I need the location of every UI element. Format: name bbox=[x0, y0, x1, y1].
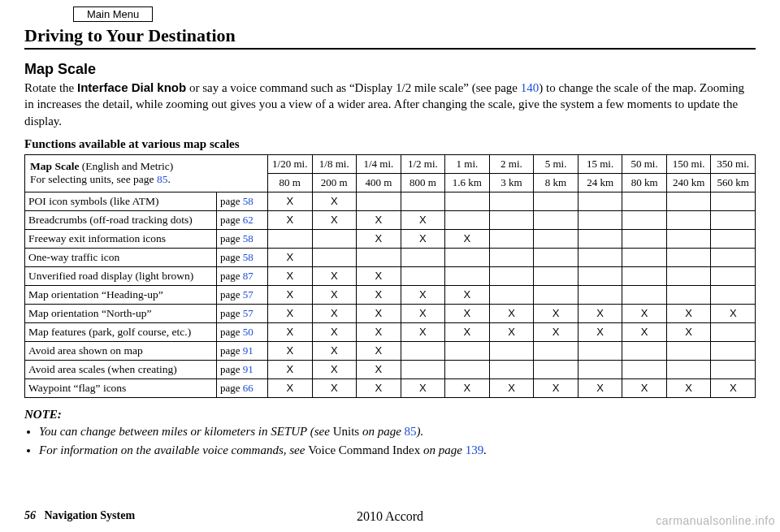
scale-cell bbox=[534, 360, 578, 378]
page-ref-link[interactable]: 58 bbox=[243, 251, 254, 263]
map-scale-units-period: . bbox=[167, 173, 170, 185]
page-ref-link[interactable]: 91 bbox=[243, 344, 254, 357]
scale-cell: X bbox=[401, 378, 445, 397]
scale-cell: X bbox=[445, 229, 490, 248]
scale-cell: X bbox=[666, 322, 711, 341]
page-ref-link[interactable]: 58 bbox=[243, 195, 254, 207]
scale-cell bbox=[445, 192, 490, 210]
scale-cell bbox=[622, 360, 667, 378]
scale-cell bbox=[666, 266, 711, 285]
row-page-ref: page 57 bbox=[217, 285, 268, 304]
note-mid: on page bbox=[420, 443, 465, 456]
scale-cell: X bbox=[267, 304, 312, 322]
scale-cell bbox=[401, 248, 445, 266]
intro-mid: or say a voice command such as “Display … bbox=[186, 81, 521, 94]
scale-cell bbox=[312, 248, 357, 266]
note-page-ref[interactable]: 85 bbox=[405, 425, 417, 438]
scale-en-1: 1/8 mi. bbox=[312, 154, 357, 173]
scale-m-9: 240 km bbox=[666, 173, 711, 192]
scale-cell bbox=[445, 248, 490, 266]
scale-cell bbox=[534, 341, 578, 360]
scale-cell: X bbox=[267, 192, 312, 210]
scale-cell bbox=[357, 248, 401, 266]
scale-cell bbox=[401, 360, 445, 378]
scale-cell: X bbox=[312, 322, 357, 341]
page-ref-link[interactable]: 62 bbox=[243, 214, 254, 226]
interface-dial-knob-label: Interface Dial knob bbox=[77, 80, 186, 94]
scale-cell: X bbox=[267, 378, 312, 397]
page-ref-link[interactable]: 91 bbox=[243, 363, 254, 375]
table-row: Avoid area scales (when creating)page 91… bbox=[25, 360, 756, 378]
scale-cell: X bbox=[534, 304, 578, 322]
page-ref-link[interactable]: 50 bbox=[243, 326, 254, 338]
scale-cell bbox=[711, 229, 756, 248]
scale-cell bbox=[666, 248, 711, 266]
scale-cell: X bbox=[489, 322, 534, 341]
row-label: Breadcrumbs (off-road tracking dots) bbox=[25, 210, 217, 229]
scale-m-0: 80 m bbox=[267, 173, 312, 192]
page-title: Driving to Your Destination bbox=[24, 25, 756, 50]
scale-cell: X bbox=[666, 378, 711, 397]
row-label: POI icon symbols (like ATM) bbox=[25, 192, 217, 210]
page-ref-link[interactable]: 57 bbox=[243, 288, 254, 301]
scale-cell bbox=[489, 192, 534, 210]
main-menu-button[interactable]: Main Menu bbox=[73, 6, 153, 22]
scale-m-10: 560 km bbox=[711, 173, 756, 192]
scale-cell bbox=[578, 360, 622, 378]
scale-cell: X bbox=[312, 304, 357, 322]
page-ref-link[interactable]: 58 bbox=[243, 232, 254, 244]
page-label: page bbox=[220, 214, 243, 226]
map-scale-table: Map Scale (English and Metric) For selec… bbox=[24, 154, 756, 398]
table-row: Avoid area shown on mappage 91XXX bbox=[25, 341, 756, 360]
note-page-ref[interactable]: 139 bbox=[466, 443, 484, 456]
page-label: page bbox=[220, 382, 243, 394]
page-ref-85-header[interactable]: 85 bbox=[157, 173, 168, 185]
scale-cell bbox=[666, 341, 711, 360]
scale-m-8: 80 km bbox=[622, 173, 667, 192]
scale-cell: X bbox=[357, 266, 401, 285]
page-ref-link[interactable]: 57 bbox=[243, 307, 254, 319]
scale-cell: X bbox=[489, 304, 534, 322]
scale-cell bbox=[357, 192, 401, 210]
scale-m-5: 3 km bbox=[489, 173, 534, 192]
scale-m-3: 800 m bbox=[401, 173, 445, 192]
navigation-system-label: Navigation System bbox=[45, 509, 136, 521]
table-row: Freeway exit information iconspage 58XXX bbox=[25, 229, 756, 248]
scale-cell bbox=[578, 229, 622, 248]
page-ref-140[interactable]: 140 bbox=[521, 81, 540, 94]
note-item: You can change between miles or kilomete… bbox=[39, 423, 756, 440]
row-label: Avoid area scales (when creating) bbox=[25, 360, 217, 378]
scale-cell: X bbox=[534, 322, 578, 341]
map-scale-units-text: For selecting units, see page bbox=[30, 173, 157, 185]
table-caption: Functions available at various map scale… bbox=[24, 137, 756, 151]
scale-cell bbox=[666, 192, 711, 210]
watermark: carmanualsonline.info bbox=[656, 514, 775, 527]
scale-cell bbox=[711, 285, 756, 304]
scale-cell: X bbox=[711, 304, 756, 322]
row-label: Freeway exit information icons bbox=[25, 229, 217, 248]
scale-cell: X bbox=[267, 360, 312, 378]
scale-cell: X bbox=[622, 322, 667, 341]
section-heading: Map Scale bbox=[24, 61, 756, 78]
scale-m-7: 24 km bbox=[578, 173, 622, 192]
scale-cell: X bbox=[401, 304, 445, 322]
scale-cell bbox=[445, 341, 490, 360]
table-row: Map orientation “Heading-up”page 57XXXXX bbox=[25, 285, 756, 304]
row-label: Avoid area shown on map bbox=[25, 341, 217, 360]
page-ref-link[interactable]: 87 bbox=[243, 270, 254, 282]
scale-cell bbox=[401, 266, 445, 285]
scale-cell: X bbox=[312, 285, 357, 304]
map-scale-label: Map Scale bbox=[30, 160, 79, 172]
page-label: page bbox=[220, 232, 243, 244]
scale-cell bbox=[489, 360, 534, 378]
scale-cell bbox=[622, 285, 667, 304]
notes-list: You can change between miles or kilomete… bbox=[24, 423, 756, 459]
scale-cell: X bbox=[357, 285, 401, 304]
scale-cell bbox=[711, 248, 756, 266]
page-label: page bbox=[220, 326, 243, 338]
row-page-ref: page 58 bbox=[217, 229, 268, 248]
page-ref-link[interactable]: 66 bbox=[243, 382, 254, 394]
scale-m-1: 200 m bbox=[312, 173, 357, 192]
scale-cell: X bbox=[401, 285, 445, 304]
scale-cell bbox=[445, 266, 490, 285]
